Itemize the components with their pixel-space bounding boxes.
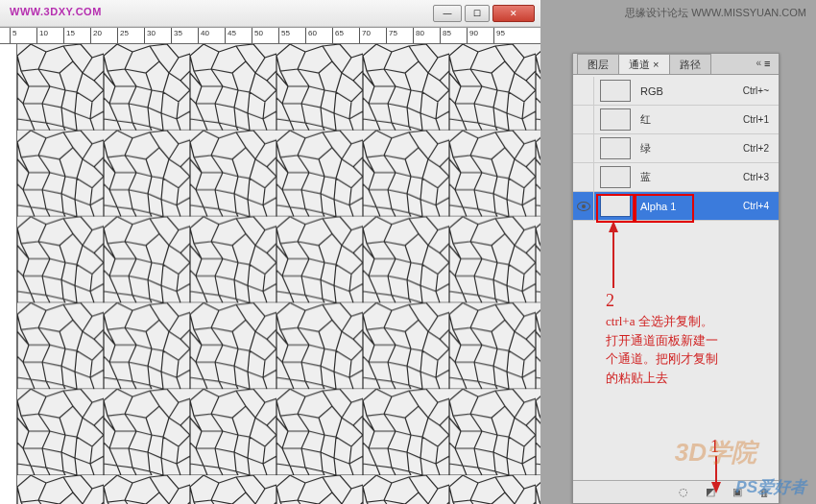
vertical-ruler [0, 44, 17, 504]
voronoi-texture [17, 44, 540, 504]
visibility-toggle[interactable] [573, 134, 594, 162]
channel-name: 蓝 [631, 170, 743, 184]
panel-collapse-icon[interactable]: « [756, 58, 761, 68]
tab-paths[interactable]: 路径 [669, 54, 711, 74]
visibility-toggle[interactable] [573, 163, 594, 191]
visibility-toggle[interactable] [573, 192, 594, 220]
channel-name: Alpha 1 [631, 201, 743, 212]
save-mask-icon[interactable]: ◩ [700, 484, 721, 501]
annotation-number-2: 2 [606, 288, 614, 314]
minimize-button[interactable]: — [433, 5, 462, 22]
load-selection-icon[interactable]: ◌ [673, 484, 694, 501]
watermark-3d: 3D学院 [675, 436, 756, 469]
channel-shortcut: Ctrl+1 [743, 114, 779, 125]
maximize-button[interactable]: ☐ [465, 5, 490, 22]
ruler-tick: 95 [493, 28, 540, 43]
panel-menu-icon[interactable]: ≡ [764, 58, 775, 68]
channel-shortcut: Ctrl+~ [743, 85, 779, 96]
visibility-toggle[interactable] [573, 106, 594, 133]
channel-shortcut: Ctrl+3 [743, 172, 779, 182]
visibility-toggle[interactable] [573, 77, 594, 105]
canvas[interactable] [17, 44, 540, 504]
eye-icon [577, 202, 590, 211]
channel-thumb [600, 137, 631, 159]
close-button[interactable]: ✕ [492, 5, 535, 22]
svg-rect-1 [17, 44, 540, 504]
channel-row-rgb[interactable]: RGB Ctrl+~ [573, 77, 779, 106]
watermark-bottom-right: PS爱好者 [735, 476, 806, 498]
document-window: — ☐ ✕ 5 10 15 20 25 30 35 40 45 50 55 60… [0, 0, 540, 504]
channel-thumb [600, 80, 631, 102]
channel-row-green[interactable]: 绿 Ctrl+2 [573, 134, 779, 163]
channel-row-red[interactable]: 红 Ctrl+1 [573, 106, 779, 134]
channel-name: 红 [631, 112, 743, 127]
annotation-instruction: ctrl+a 全选并复制。打开通道面板新建一个通道。把刚才复制的粘贴上去 [606, 312, 721, 387]
panel-tabs: 图层 通道 × 路径 « ≡ [573, 54, 779, 75]
channel-row-alpha1[interactable]: Alpha 1 Ctrl+4 [573, 192, 779, 221]
channel-thumb [600, 195, 631, 217]
channel-shortcut: Ctrl+4 [743, 201, 779, 211]
channel-row-blue[interactable]: 蓝 Ctrl+3 [573, 163, 779, 192]
channel-list: RGB Ctrl+~ 红 Ctrl+1 绿 Ctrl+2 蓝 Ctrl+3 Al… [573, 75, 779, 221]
channel-thumb [600, 108, 631, 131]
tab-channels[interactable]: 通道 × [618, 54, 670, 74]
channel-shortcut: Ctrl+2 [743, 143, 779, 154]
tab-layers[interactable]: 图层 [577, 54, 619, 74]
channel-thumb [600, 166, 631, 188]
horizontal-ruler: 5 10 15 20 25 30 35 40 45 50 55 60 65 70… [0, 27, 540, 44]
channel-name: RGB [631, 85, 743, 97]
channel-name: 绿 [631, 141, 743, 156]
watermark-top-left: WWW.3DXY.COM [10, 6, 102, 17]
watermark-top-right: 思缘设计论坛 WWW.MISSYUAN.COM [625, 6, 806, 20]
